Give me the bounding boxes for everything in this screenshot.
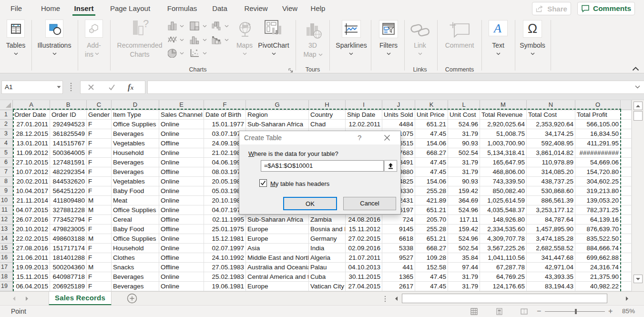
svg-text:?: ?: [143, 20, 149, 30]
svg-text:A: A: [493, 22, 501, 34]
